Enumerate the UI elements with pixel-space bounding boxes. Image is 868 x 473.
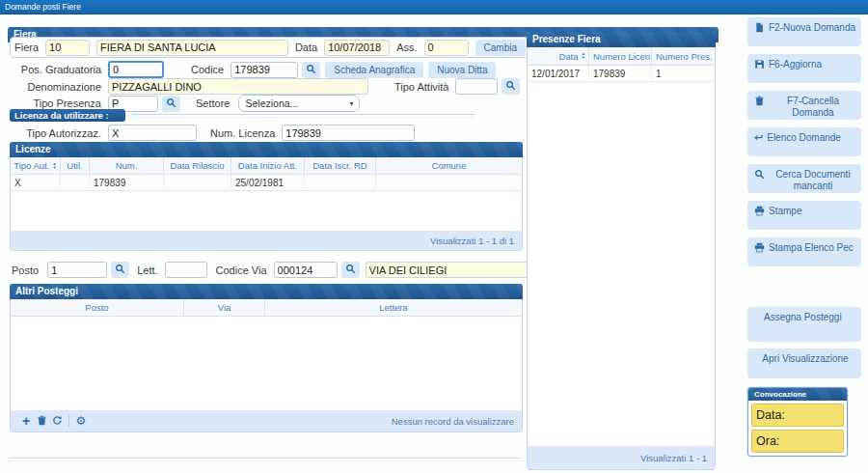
table-cell bbox=[61, 175, 90, 190]
printer-icon bbox=[754, 206, 765, 216]
cerca-documenti-mancanti-button[interactable]: Cerca Documenti mancanti bbox=[747, 164, 861, 193]
codice-via-search-button[interactable] bbox=[341, 262, 360, 278]
app-window: { "window": { "title": "Domande posti Fi… bbox=[0, 0, 868, 473]
save-icon bbox=[754, 59, 765, 70]
stampa-elenco-pec-button[interactable]: Stampa Elenco Pec bbox=[747, 237, 861, 266]
table-cell bbox=[164, 175, 231, 190]
presenze-table-row[interactable]: 12/01/20171798391 bbox=[528, 66, 715, 82]
fiera-name-input[interactable] bbox=[96, 40, 288, 56]
printer-icon bbox=[754, 242, 765, 253]
nuova-ditta-button[interactable]: Nuova Ditta bbox=[428, 62, 496, 78]
licenze-column-headers: Tipo Aut.▲▼Util.Num.Data RilascioData In… bbox=[11, 157, 522, 175]
toolbar-divider bbox=[68, 415, 69, 427]
tipo-presenza-search-button[interactable] bbox=[162, 96, 180, 112]
licenze-pager-status: Visualizzati 1 - 1 di 1 bbox=[430, 236, 514, 246]
table-cell: 12/01/2017 bbox=[528, 66, 589, 81]
column-header[interactable]: Data Rilascio bbox=[164, 157, 231, 174]
convocazione-box: Convocazione Data: Ora: bbox=[747, 387, 848, 457]
tipo-autorizzaz-input[interactable] bbox=[108, 125, 197, 141]
elenco-domande-button[interactable]: ↩Elenco Domande bbox=[747, 127, 861, 156]
codice-input[interactable] bbox=[231, 62, 298, 78]
sidebar-button-label: Cerca Documenti mancanti bbox=[769, 169, 857, 192]
column-header[interactable]: Numero Pres. bbox=[652, 47, 715, 65]
window-title: Domande posti Fiere bbox=[5, 2, 81, 12]
f7-cancella-domanda-button[interactable]: F7-Cancella Domanda bbox=[747, 91, 861, 120]
licenze-footer: Visualizzati 1 - 1 di 1 bbox=[11, 231, 522, 250]
search-icon bbox=[166, 97, 176, 111]
licenze-table-header: Licenze bbox=[10, 142, 523, 157]
column-header[interactable]: Via bbox=[184, 299, 265, 316]
convocazione-data-label: Data: bbox=[756, 408, 785, 422]
column-header[interactable]: Data Inizio Att. bbox=[231, 157, 305, 174]
altri-posteggi-column-headers: PostoViaLettera bbox=[11, 299, 522, 317]
fiera-summary-row: Fiera Data Ass. Cambia bbox=[10, 37, 530, 58]
tipo-attivita-input[interactable] bbox=[455, 78, 498, 95]
assegna-posteggi-button[interactable]: Assegna Posteggi bbox=[747, 307, 861, 342]
pos-graduatoria-label: Pos. Graduatoria bbox=[10, 64, 101, 75]
column-header[interactable]: Numero Licenz bbox=[589, 47, 652, 65]
pos-graduatoria-input[interactable] bbox=[108, 61, 164, 78]
licenze-table-row[interactable]: X17983925/02/1981 bbox=[11, 175, 522, 191]
delete-record-button[interactable] bbox=[34, 413, 49, 429]
altri-posteggi-empty-area bbox=[11, 317, 522, 410]
convocazione-ora-label: Ora: bbox=[756, 434, 779, 448]
stampe-button[interactable]: Stampe bbox=[747, 201, 861, 230]
presenze-pager-status: Visualizzati 1 - 1 bbox=[640, 453, 707, 463]
convocazione-header: Convocazione bbox=[748, 388, 847, 401]
column-header[interactable]: Util. bbox=[61, 157, 90, 174]
sidebar-button-label: Elenco Domande bbox=[767, 132, 841, 144]
column-header[interactable]: Data▲▼ bbox=[528, 47, 589, 65]
scheda-anagrafica-button[interactable]: Scheda Anagrafica bbox=[325, 62, 423, 78]
search-icon bbox=[754, 169, 765, 180]
settore-select[interactable]: Seleziona... ▾ bbox=[238, 95, 360, 112]
column-header[interactable]: Num. bbox=[90, 157, 164, 174]
num-licenza-label: Num. Licenza bbox=[210, 127, 275, 139]
denominazione-row: Denominazione Tipo Attività bbox=[10, 78, 520, 95]
f2-nuova-domanda-button[interactable]: F2-Nuova Domanda bbox=[747, 17, 861, 46]
column-header[interactable]: Tipo Aut.▲▼ bbox=[11, 157, 61, 174]
posto-row: Posto Lett. Codice Via bbox=[12, 262, 566, 278]
document-icon bbox=[754, 22, 765, 33]
presenze-footer: Visualizzati 1 - 1 bbox=[528, 446, 715, 469]
add-record-button[interactable]: + bbox=[18, 413, 34, 429]
convocazione-ora-field[interactable]: Ora: bbox=[751, 430, 844, 453]
column-header[interactable]: Posto bbox=[11, 299, 184, 316]
altri-posteggi-table: Altri Posteggi PostoViaLettera + ⚙ Nessu… bbox=[10, 284, 523, 432]
tipo-attivita-search-button[interactable] bbox=[502, 78, 520, 95]
tipo-attivita-label: Tipo Attività bbox=[394, 81, 448, 93]
presenze-column-headers: Data▲▼Numero LicenzNumero Pres. bbox=[528, 47, 715, 66]
denominazione-input[interactable] bbox=[108, 78, 368, 95]
data-input[interactable] bbox=[324, 40, 390, 56]
column-header[interactable]: Comune bbox=[376, 157, 522, 174]
sidebar-button-label: Stampe bbox=[769, 206, 801, 217]
data-label: Data bbox=[295, 42, 317, 53]
denominazione-label: Denominazione bbox=[10, 81, 101, 93]
search-icon bbox=[505, 79, 516, 94]
codice-search-button[interactable] bbox=[302, 62, 320, 78]
codice-via-input[interactable] bbox=[274, 262, 338, 278]
sort-icon: ▲▼ bbox=[582, 52, 585, 60]
refresh-button[interactable] bbox=[49, 413, 65, 429]
column-header[interactable]: Lettera bbox=[265, 299, 522, 316]
num-licenza-input[interactable] bbox=[282, 125, 415, 141]
licenze-table: Licenze Tipo Aut.▲▼Util.Num.Data Rilasci… bbox=[10, 142, 523, 251]
posto-input[interactable] bbox=[47, 262, 107, 278]
grid-settings-button[interactable]: ⚙ bbox=[73, 413, 89, 429]
table-cell bbox=[305, 175, 376, 190]
f6-aggiorna-button[interactable]: F6-Aggiorna bbox=[747, 54, 861, 83]
fiera-number-input[interactable] bbox=[45, 40, 90, 56]
bottom-divider bbox=[8, 458, 521, 461]
ass-label: Ass. bbox=[396, 42, 417, 53]
column-header[interactable]: Data Iscr. RD bbox=[305, 157, 376, 174]
table-cell: 179839 bbox=[589, 66, 652, 81]
lett-input[interactable] bbox=[165, 262, 207, 278]
sidebar-button-label: F6-Aggiorna bbox=[769, 59, 822, 70]
graduatoria-row: Pos. Graduatoria Codice Scheda Anagrafic… bbox=[10, 61, 496, 78]
cambia-button[interactable]: Cambia bbox=[475, 40, 526, 56]
apri-visualizzazione-button[interactable]: Apri Visualizzazione bbox=[747, 348, 861, 378]
convocazione-data-field[interactable]: Data: bbox=[751, 403, 844, 427]
posto-search-button[interactable] bbox=[111, 262, 129, 278]
sidebar-buttons: F2-Nuova DomandaF6-AggiornaF7-Cancella D… bbox=[747, 17, 861, 266]
assegna-posteggi-label: Assegna Posteggi bbox=[764, 312, 842, 323]
ass-input[interactable] bbox=[424, 40, 469, 56]
